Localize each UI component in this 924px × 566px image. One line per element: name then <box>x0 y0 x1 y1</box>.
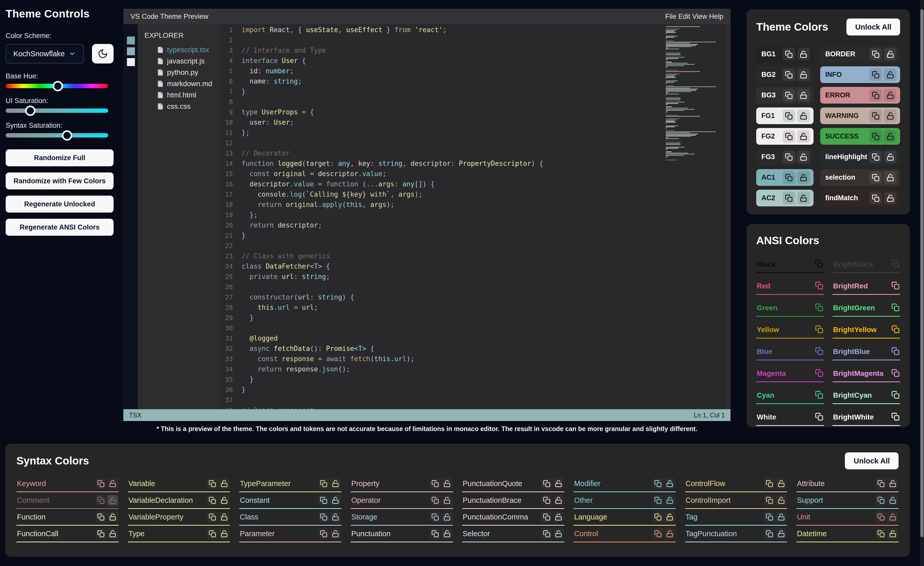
file-item[interactable]: typescript.tsx <box>144 44 219 56</box>
slider-thumb[interactable] <box>62 130 72 141</box>
slider-thumb[interactable] <box>25 106 36 116</box>
copy-button[interactable] <box>783 192 795 204</box>
lock-button[interactable] <box>330 528 341 539</box>
lock-button[interactable] <box>553 528 564 539</box>
activity-swatch[interactable] <box>127 58 135 66</box>
copy-button[interactable] <box>891 369 900 378</box>
lock-button[interactable] <box>553 495 564 506</box>
copy-button[interactable] <box>875 495 886 506</box>
copy-button[interactable] <box>207 495 218 506</box>
copy-button[interactable] <box>764 478 775 489</box>
theme-color-chip[interactable]: INFO <box>820 66 900 83</box>
slider-track-hue[interactable] <box>6 84 108 88</box>
theme-color-chip[interactable]: BORDER <box>820 46 900 63</box>
code-editor[interactable]: 1import React, { useState, useEffect } f… <box>219 24 666 409</box>
lock-button[interactable] <box>797 171 810 184</box>
lock-button[interactable] <box>330 478 341 489</box>
file-item[interactable]: python.py <box>144 67 219 78</box>
lock-button[interactable] <box>219 495 230 506</box>
copy-button[interactable] <box>207 512 218 522</box>
copy-button[interactable] <box>891 325 900 334</box>
regenerate-unlocked-button[interactable]: Regenerate Unlocked <box>6 196 114 213</box>
syntax-unlock-all-button[interactable]: Unlock All <box>845 452 898 469</box>
theme-unlock-all-button[interactable]: Unlock All <box>846 18 900 36</box>
lock-button[interactable] <box>664 495 675 506</box>
theme-color-chip[interactable]: WARNING <box>820 107 900 124</box>
lock-button[interactable] <box>884 192 897 204</box>
copy-button[interactable] <box>891 391 900 400</box>
copy-button[interactable] <box>815 325 823 334</box>
theme-color-chip[interactable]: AC1 <box>756 169 813 186</box>
copy-button[interactable] <box>815 413 823 422</box>
lock-button[interactable] <box>442 528 453 539</box>
copy-button[interactable] <box>430 495 441 506</box>
lock-button[interactable] <box>219 512 230 522</box>
lock-button[interactable] <box>330 512 341 522</box>
copy-button[interactable] <box>652 512 663 522</box>
lock-button[interactable] <box>219 528 230 539</box>
file-item[interactable]: html.html <box>144 89 219 101</box>
activity-swatch[interactable] <box>127 36 135 45</box>
copy-button[interactable] <box>783 68 795 81</box>
lock-button[interactable] <box>884 110 897 122</box>
lock-button[interactable] <box>776 478 786 489</box>
copy-button[interactable] <box>815 369 823 378</box>
lock-button[interactable] <box>797 110 810 122</box>
copy-button[interactable] <box>541 495 552 506</box>
copy-button[interactable] <box>875 512 886 522</box>
lock-button[interactable] <box>553 512 564 522</box>
lock-button[interactable] <box>797 89 810 102</box>
lock-button[interactable] <box>107 528 118 539</box>
editor-menubar[interactable]: File Edit View Help <box>665 13 723 21</box>
lock-button[interactable] <box>797 192 810 204</box>
copy-button[interactable] <box>96 495 106 506</box>
color-scheme-select[interactable]: KochSnowflake <box>6 44 84 63</box>
lock-button[interactable] <box>664 512 675 522</box>
copy-button[interactable] <box>430 512 441 522</box>
theme-color-chip[interactable]: BG1 <box>756 46 813 63</box>
copy-button[interactable] <box>891 303 900 312</box>
copy-button[interactable] <box>869 89 882 102</box>
lock-button[interactable] <box>219 478 230 489</box>
copy-button[interactable] <box>318 495 329 506</box>
theme-color-chip[interactable]: ERROR <box>820 87 900 104</box>
copy-button[interactable] <box>869 110 882 122</box>
copy-button[interactable] <box>869 192 882 204</box>
theme-color-chip[interactable]: BG2 <box>756 66 813 83</box>
lock-button[interactable] <box>776 528 786 539</box>
lock-button[interactable] <box>797 48 810 60</box>
copy-button[interactable] <box>815 303 823 312</box>
copy-button[interactable] <box>652 478 663 489</box>
lock-button[interactable] <box>884 89 897 102</box>
copy-button[interactable] <box>815 347 823 356</box>
lock-button[interactable] <box>107 495 118 506</box>
copy-button[interactable] <box>764 495 775 506</box>
copy-button[interactable] <box>541 528 552 539</box>
theme-color-chip[interactable]: selection <box>820 169 900 186</box>
lock-button[interactable] <box>884 68 897 81</box>
theme-color-chip[interactable]: FG1 <box>756 107 813 124</box>
lock-button[interactable] <box>884 151 897 163</box>
lock-button[interactable] <box>884 48 897 60</box>
randomize-full-button[interactable]: Randomize Full <box>6 149 114 166</box>
copy-button[interactable] <box>96 512 106 522</box>
theme-color-chip[interactable]: SUCCESS <box>820 128 900 145</box>
copy-button[interactable] <box>891 281 900 290</box>
file-item[interactable]: markdown.md <box>144 78 219 89</box>
copy-button[interactable] <box>430 528 441 539</box>
copy-button[interactable] <box>430 478 441 489</box>
page-scrollbar[interactable] <box>920 0 924 566</box>
lock-button[interactable] <box>442 478 453 489</box>
copy-button[interactable] <box>541 478 552 489</box>
lock-button[interactable] <box>887 495 898 506</box>
lock-button[interactable] <box>107 478 118 489</box>
copy-button[interactable] <box>764 528 775 539</box>
copy-button[interactable] <box>96 478 106 489</box>
copy-button[interactable] <box>652 528 663 539</box>
lock-button[interactable] <box>884 171 897 184</box>
theme-color-chip[interactable]: FG2 <box>756 128 813 145</box>
copy-button[interactable] <box>815 281 823 290</box>
lock-button[interactable] <box>887 528 898 539</box>
theme-color-chip[interactable]: AC2 <box>756 190 813 206</box>
minimap[interactable] <box>666 24 726 409</box>
